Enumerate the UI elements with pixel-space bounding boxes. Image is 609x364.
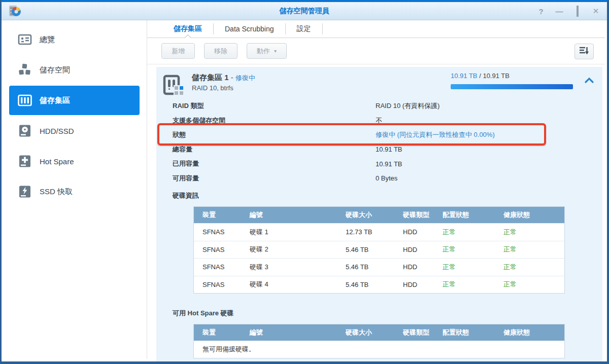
capacity-progress-bar [451,84,573,89]
help-button[interactable]: ? [537,7,545,16]
sidebar-item-ssd-cache[interactable]: SSD 快取 [9,177,140,206]
ssd-cache-icon [17,184,32,199]
sort-descending-icon [579,46,590,57]
hot-spare-icon [17,154,32,169]
disk-table: 裝置 編號 硬碟大小 硬碟類型 配置狀態 健康狀態 SFNAS 硬碟 1 12.… [193,206,565,294]
storage-manager-app-icon [8,4,22,18]
hot-spare-table: 裝置 編號 硬碟大小 硬碟類型 配置狀態 健康狀態 無可用備援硬碟。 [193,324,565,358]
sidebar-item-label: Hot Spare [40,157,74,166]
add-button-label: 新增 [172,47,185,56]
column-header-number[interactable]: 編號 [250,210,346,220]
hot-spare-section-title: 可用 Hot Spare 硬碟 [173,309,234,318]
window-controls: ? — ✕ [537,2,600,20]
tab-bar: 儲存集區 Data Scrubbing 設定 [147,20,605,38]
detail-value: 0 Bytes [376,174,397,182]
sidebar: 總覽 儲存空間 儲存集區 [3,20,147,359]
disk-info-section-title: 硬碟資訊 [173,191,199,200]
column-header-size[interactable]: 硬碟大小 [346,328,403,337]
table-row[interactable]: SFNAS 硬碟 1 12.73 TB HDD 正常 正常 [194,223,564,241]
pool-details: RAID 類型 RAID 10 (有資料保護) 支援多個儲存空間 不 狀態 修復… [173,99,592,186]
chevron-down-icon: ▾ [274,48,277,54]
table-row[interactable]: SFNAS 硬碟 4 5.46 TB HDD 正常 正常 [194,276,564,294]
remove-button-label: 移除 [214,47,227,56]
capacity-text: 10.91 TB / 10.91 TB [451,72,573,80]
action-button[interactable]: 動作 ▾ [247,43,287,59]
cell-type: HDD [403,281,443,288]
column-header-device[interactable]: 裝置 [202,328,250,337]
title-bar: 儲存空間管理員 ? — ✕ [2,2,607,20]
cell-number: 硬碟 4 [250,280,346,289]
tab-settings[interactable]: 設定 [286,20,322,38]
sidebar-item-storage-pool[interactable]: 儲存集區 [9,86,140,115]
column-header-number[interactable]: 編號 [250,328,346,337]
table-row[interactable]: SFNAS 硬碟 3 5.46 TB HDD 正常 正常 [194,258,564,276]
column-header-health-status[interactable]: 健康狀態 [503,210,565,220]
sidebar-item-label: SSD 快取 [40,187,73,197]
cell-number: 硬碟 1 [250,228,346,237]
detail-label: 狀態 [173,130,376,139]
column-header-allocation-status[interactable]: 配置狀態 [443,210,503,220]
tab-label: 儲存集區 [174,24,202,33]
sidebar-item-label: 儲存空間 [40,65,70,75]
detail-label: 總容量 [173,145,376,154]
maximize-icon [577,6,579,17]
column-header-health-status[interactable]: 健康狀態 [503,328,565,337]
column-header-device[interactable]: 裝置 [202,210,250,220]
storage-pool-card: 儲存集區 1 - 修復中 RAID 10, btrfs 10.91 TB / 1… [156,67,602,361]
cell-allocation-status: 正常 [443,245,503,254]
cell-health-status: 正常 [503,280,565,289]
tab-divider [322,23,323,34]
tab-label: 設定 [297,24,311,33]
column-header-type[interactable]: 硬碟類型 [403,210,443,220]
sidebar-item-overview[interactable]: 總覽 [9,25,140,54]
detail-label: 可用容量 [173,174,376,183]
detail-label: RAID 類型 [173,101,376,111]
tab-data-scrubbing[interactable]: Data Scrubbing [214,20,285,38]
cell-size: 12.73 TB [346,228,403,236]
capacity-used: 10.91 TB [451,72,478,80]
hdd-icon [17,123,32,138]
volume-icon [17,62,32,78]
window-title: 儲存空間管理員 [2,7,607,16]
cell-size: 5.46 TB [346,263,403,271]
storage-manager-window: 儲存空間管理員 ? — ✕ 總覽 [0,0,609,364]
table-row[interactable]: SFNAS 硬碟 2 5.46 TB HDD 正常 正常 [194,241,564,259]
pool-title: 儲存集區 1 - 修復中 [192,73,255,83]
maximize-button[interactable] [573,7,582,16]
sidebar-item-volume[interactable]: 儲存空間 [9,55,140,85]
detail-value: 不 [376,116,382,125]
cell-device: SFNAS [202,281,250,288]
cell-device: SFNAS [202,246,250,253]
collapse-panel-button[interactable] [584,75,595,86]
nas-device-icon [163,75,184,96]
capacity-separator: / [479,72,481,80]
detail-row-multi-volume: 支援多個儲存空間 不 [173,114,592,128]
detail-label: 已用容量 [173,159,376,168]
detail-row-total-capacity: 總容量 10.91 TB [173,142,592,157]
pool-state-badge: 修復中 [235,74,255,82]
cell-device: SFNAS [202,263,250,271]
detail-value: RAID 10 (有資料保護) [376,101,439,111]
remove-button[interactable]: 移除 [204,43,238,59]
tab-label: Data Scrubbing [225,25,274,33]
detail-value: 10.91 TB [376,160,402,168]
capacity-total: 10.91 TB [483,72,510,80]
cell-type: HDD [403,263,443,271]
tab-storage-pool[interactable]: 儲存集區 [162,20,213,38]
sort-view-button[interactable] [574,44,594,59]
column-header-size[interactable]: 硬碟大小 [346,210,403,220]
add-button[interactable]: 新增 [161,43,195,59]
cell-size: 5.46 TB [346,246,403,253]
detail-row-free-capacity: 可用容量 0 Bytes [173,171,592,186]
minimize-button[interactable]: — [555,7,563,16]
column-header-allocation-status[interactable]: 配置狀態 [443,328,503,337]
column-header-type[interactable]: 硬碟類型 [403,328,443,337]
sidebar-item-hot-spare[interactable]: Hot Spare [9,147,140,176]
hot-spare-table-header: 裝置 編號 硬碟大小 硬碟類型 配置狀態 健康狀態 [194,324,564,341]
cell-allocation-status: 正常 [443,228,503,237]
toolbar: 新增 移除 動作 ▾ [147,38,605,64]
close-button[interactable]: ✕ [592,7,600,16]
detail-label: 支援多個儲存空間 [173,116,376,125]
sidebar-item-hdd-ssd[interactable]: HDD/SSD [9,116,140,145]
cell-number: 硬碟 3 [250,263,346,272]
